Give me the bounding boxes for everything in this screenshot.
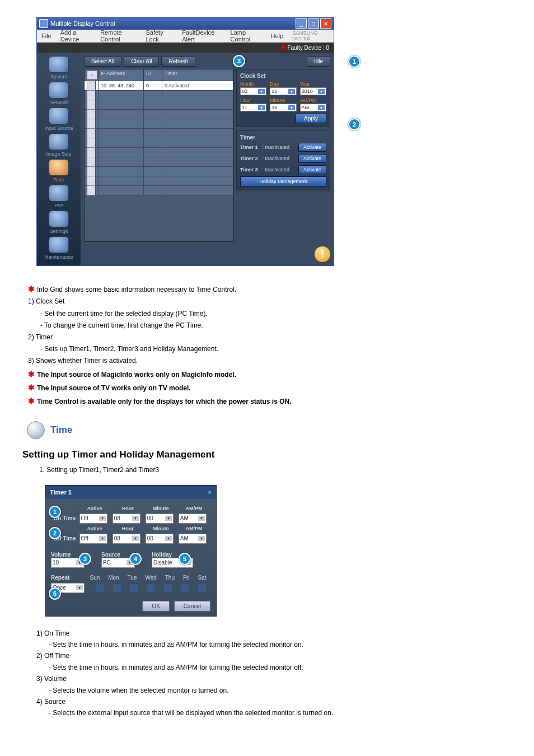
minimize-icon[interactable]: _ xyxy=(296,18,307,29)
menu-remote[interactable]: Remote Control xyxy=(96,29,141,43)
sidebar-item-input[interactable]: Input Source xyxy=(42,108,76,131)
row-checkbox[interactable] xyxy=(87,147,96,157)
cancel-button[interactable]: Cancel xyxy=(174,601,210,612)
sidebar-label-time: Time xyxy=(53,177,64,183)
timer2-row: Timer 2 : InactivatedActivate xyxy=(240,154,326,163)
window-title: Multiple Display Control xyxy=(50,20,115,27)
table-row[interactable]: 10. 88. 43. 240 0 0 Activated xyxy=(85,81,233,91)
row-checkbox[interactable] xyxy=(87,176,96,186)
sidebar-item-network[interactable]: Network xyxy=(42,82,76,105)
ampm-label: AM/PM xyxy=(300,97,326,103)
timer2-activate-button[interactable]: Activate xyxy=(298,154,326,163)
row-checkbox[interactable] xyxy=(87,157,96,167)
offtime-ampm-select[interactable]: AM▾ xyxy=(179,534,207,544)
offtime-ampm-value: AM xyxy=(180,535,189,542)
faulty-count: Faulty Device : 0 xyxy=(288,45,329,51)
holiday-mgmt-button[interactable]: Holiday Management xyxy=(240,176,326,186)
row-checkbox[interactable] xyxy=(87,90,96,100)
ontime-ampm-select[interactable]: AM▾ xyxy=(179,514,207,524)
row-checkbox[interactable] xyxy=(87,100,96,110)
info-line-1: Info Grid shows some basic information n… xyxy=(37,286,236,293)
callout-d3: 3 xyxy=(79,553,91,565)
day-mon: Mon xyxy=(108,575,119,581)
day-fri-checkbox[interactable] xyxy=(181,584,189,592)
menu-add-device[interactable]: Add a Device xyxy=(56,29,96,43)
text-section: ✱Info Grid shows some basic information … xyxy=(28,283,523,408)
sidebar: System Network Input Source Image Size T… xyxy=(37,53,81,265)
sidebar-item-settings[interactable]: Settings xyxy=(42,211,76,234)
sidebar-label-maint: Maintenance xyxy=(44,254,73,260)
timer-title: Timer xyxy=(240,134,326,141)
info-line-6: The Input source of TV works only on TV … xyxy=(37,384,191,392)
row-checkbox[interactable] xyxy=(87,128,96,138)
close-icon[interactable]: ✕ xyxy=(320,18,331,29)
ontime-minute-select[interactable]: 00▾ xyxy=(146,514,174,524)
menu-fault[interactable]: FaultDevice Alert xyxy=(177,29,226,43)
app-icon xyxy=(39,19,48,28)
chevron-down-icon: ▾ xyxy=(258,105,265,110)
chevron-down-icon: ▾ xyxy=(132,516,139,521)
sidebar-item-time[interactable]: Time xyxy=(42,159,76,183)
row-checkbox[interactable] xyxy=(87,138,96,148)
ontime-ampm-value: AM xyxy=(180,515,189,521)
row-checkbox[interactable] xyxy=(87,119,96,129)
sidebar-item-maintenance[interactable]: Maintenance xyxy=(42,236,76,260)
maximize-icon[interactable]: □ xyxy=(308,18,319,29)
apply-button[interactable]: Apply xyxy=(296,114,326,123)
clear-all-button[interactable]: Clear All xyxy=(124,56,159,67)
day-sun: Sun xyxy=(90,575,100,581)
row-checkbox[interactable] xyxy=(87,81,96,91)
timer3-activate-button[interactable]: Activate xyxy=(298,165,326,174)
day-mon-checkbox[interactable] xyxy=(113,584,121,592)
ampm-select[interactable]: AM▾ xyxy=(300,104,326,111)
header-checkbox[interactable] xyxy=(87,71,98,80)
sidebar-label-network: Network xyxy=(49,100,68,105)
year-select[interactable]: 2010▾ xyxy=(300,87,326,95)
minute-select[interactable]: 36▾ xyxy=(270,104,296,111)
ontime-active-select[interactable]: Off▾ xyxy=(79,514,107,524)
callout-d5: 5 xyxy=(179,553,191,565)
numlist-1: 1. Setting up Timer1, Timer2 and Timer3 xyxy=(39,466,523,474)
offtime-active-select[interactable]: Off▾ xyxy=(79,534,107,544)
chevron-down-icon: ▾ xyxy=(318,89,325,94)
chevron-down-icon: ▾ xyxy=(165,536,172,541)
sidebar-label-settings: Settings xyxy=(50,228,68,234)
time-icon xyxy=(49,159,69,176)
col-ip: IP Address xyxy=(99,69,144,81)
menu-lamp[interactable]: Lamp Control xyxy=(226,29,266,43)
minute-value: 36 xyxy=(271,105,277,110)
timer1-activate-button[interactable]: Activate xyxy=(298,143,326,152)
row-checkbox[interactable] xyxy=(87,109,96,119)
offtime-minute-select[interactable]: 00▾ xyxy=(146,534,174,544)
hour-select[interactable]: 11▾ xyxy=(240,104,266,111)
offtime-hour-value: 08 xyxy=(114,535,120,542)
row-checkbox[interactable] xyxy=(87,166,96,176)
ok-button[interactable]: OK xyxy=(142,601,169,612)
menu-help[interactable]: Help xyxy=(266,32,288,39)
menu-safety[interactable]: Safety Lock xyxy=(141,29,177,43)
ontime-hour-select[interactable]: 08▾ xyxy=(113,514,140,524)
info-line-2a: - Set the current time for the selected … xyxy=(40,309,523,319)
year-value: 2010 xyxy=(302,88,313,94)
close-icon[interactable]: × xyxy=(208,489,212,496)
day-wed-checkbox[interactable] xyxy=(147,584,154,592)
day-sun-checkbox[interactable] xyxy=(96,584,104,592)
table-row xyxy=(85,100,233,110)
day-tue-checkbox[interactable] xyxy=(130,584,138,592)
month-value: 03 xyxy=(242,88,247,94)
day-select[interactable]: 16▾ xyxy=(270,87,296,95)
offtime-hour-select[interactable]: 08▾ xyxy=(113,534,140,544)
day-thu-checkbox[interactable] xyxy=(164,584,172,592)
refresh-button[interactable]: Refresh xyxy=(161,56,195,67)
sidebar-item-system[interactable]: System xyxy=(42,56,76,80)
row-checkbox[interactable] xyxy=(87,185,96,195)
sidebar-item-imagesize[interactable]: Image Size xyxy=(42,133,76,157)
select-all-button[interactable]: Select All xyxy=(84,56,121,67)
month-select[interactable]: 03▾ xyxy=(240,87,266,95)
idle-button[interactable]: Idle xyxy=(307,56,330,67)
chevron-down-icon: ▾ xyxy=(99,516,106,521)
settings-icon xyxy=(49,211,69,227)
menu-file[interactable]: File xyxy=(37,32,56,39)
sidebar-item-pip[interactable]: PIP xyxy=(42,185,76,208)
day-sat-checkbox[interactable] xyxy=(198,584,206,592)
